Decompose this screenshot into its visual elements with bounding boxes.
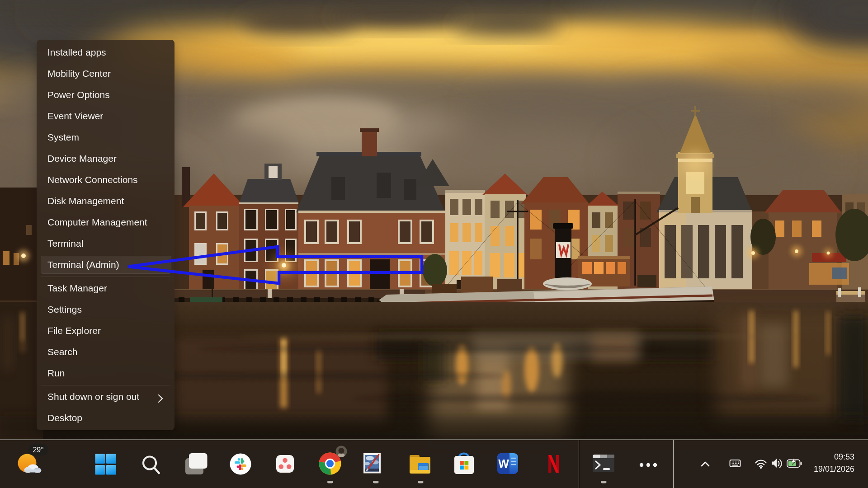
svg-text:W: W bbox=[498, 457, 509, 470]
